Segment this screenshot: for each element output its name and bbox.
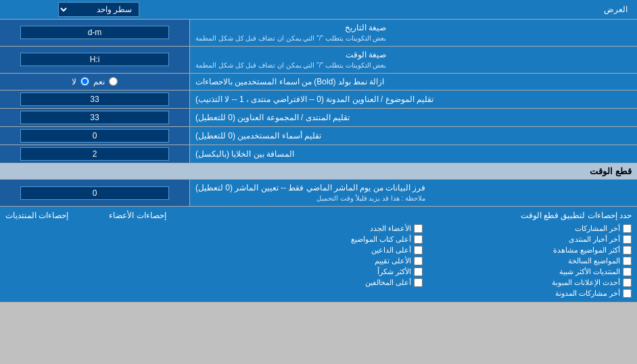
- cb-shares-label: أخر المشاركات: [575, 224, 620, 233]
- cb-top-rated-checkbox[interactable]: [414, 257, 423, 265]
- topic-limit-label: تقليم الموضوع / العناوين المدونة (0 -- ا…: [189, 90, 637, 108]
- forum-limit-row: تقليم المنتدى / المجموعة العناوين (0 للت…: [0, 109, 637, 127]
- topic-limit-input-area: 33: [0, 90, 189, 108]
- cb-new-members-label: الأعضاء الجدد: [370, 224, 411, 233]
- display-input-area: سطر واحد سطرين ثلاثة أسطر: [4, 2, 193, 17]
- list-item: أعلى المخالفين: [214, 278, 423, 287]
- forum-limit-text: تقليم المنتدى / المجموعة العناوين (0 للت…: [195, 112, 350, 124]
- col2-header: إحصاءات الأعضاء: [109, 211, 166, 220]
- time-format-input[interactable]: H:i: [20, 53, 169, 66]
- display-row: العرض سطر واحد سطرين ثلاثة أسطر: [0, 0, 637, 20]
- bold-remove-text: ازالة نمط بولد (Bold) من اسماء المستخدمي…: [195, 76, 384, 88]
- cb-top-visitors-label: أعلى المخالفين: [365, 278, 411, 287]
- cb-similar-checkbox[interactable]: [623, 267, 632, 276]
- apply-stats-label: حدد إحصاءات لتطبيق قطع الوقت: [521, 211, 632, 220]
- time-format-sub-label: بعض التكوينات يتطلب "/" التي يمكن ان تضا…: [195, 61, 386, 70]
- cb-old-topics-checkbox[interactable]: [623, 257, 632, 265]
- forum-limit-label: تقليم المنتدى / المجموعة العناوين (0 للت…: [189, 109, 637, 126]
- list-item: المواضيع السالخة: [423, 257, 632, 265]
- time-cut-input[interactable]: 0: [20, 186, 169, 200]
- time-cut-title: قطع الوقت: [590, 166, 632, 176]
- cb-top-visitors-checkbox[interactable]: [414, 278, 423, 287]
- username-limit-input-area: 0: [0, 127, 189, 145]
- checkboxes-grid-container: أخر المشاركات أخر أخبار المنتدى أكثر الم…: [5, 224, 632, 298]
- cb-most-thanks-label: الأكثر شكراً: [377, 267, 411, 276]
- main-container: العرض سطر واحد سطرين ثلاثة أسطر صيغة الت…: [0, 0, 637, 303]
- cb-pinned-checkbox[interactable]: [623, 289, 632, 298]
- forum-limit-input[interactable]: 33: [20, 111, 169, 124]
- bold-radio-group: نعم لا: [72, 77, 118, 86]
- list-item: المنتديات الأكثر شبية: [423, 267, 632, 276]
- forum-limit-input-area: 33: [0, 109, 189, 126]
- cb-recent-ads-checkbox[interactable]: [623, 278, 632, 287]
- cb-most-viewed-label: أكثر المواضيع مشاهدة: [553, 246, 620, 255]
- date-format-input[interactable]: d-m: [20, 26, 169, 39]
- col1-header: إحصاءات المنتديات: [5, 211, 68, 220]
- cb-top-posters-label: أعلى الداعين: [371, 246, 411, 255]
- bold-no-label: لا: [72, 77, 76, 86]
- date-format-label: صيغة التاريخ بعض التكوينات يتطلب "/" الت…: [189, 20, 637, 46]
- time-cut-input-area: 0: [0, 180, 189, 206]
- display-select[interactable]: سطر واحد سطرين ثلاثة أسطر: [58, 2, 139, 17]
- list-item: أخر مشاركات المدونة: [423, 289, 632, 298]
- cb-new-members-checkbox[interactable]: [414, 224, 423, 233]
- cell-spacing-row: المسافة بين الخلايا (بالبكسل) 2: [0, 145, 637, 163]
- time-format-label: صيغة الوقت بعض التكوينات يتطلب "/" التي …: [189, 47, 637, 73]
- cb-most-viewed-checkbox[interactable]: [623, 246, 632, 255]
- list-item: أخر أخبار المنتدى: [423, 235, 632, 244]
- bold-no-radio[interactable]: [80, 77, 89, 86]
- time-format-row: صيغة الوقت بعض التكوينات يتطلب "/" التي …: [0, 47, 637, 74]
- cb-forum-news-checkbox[interactable]: [623, 235, 632, 244]
- topic-limit-text: تقليم الموضوع / العناوين المدونة (0 -- ا…: [195, 94, 433, 105]
- username-limit-input[interactable]: 0: [20, 129, 169, 142]
- date-format-input-area: d-m: [0, 20, 189, 46]
- date-format-main-label: صيغة التاريخ: [195, 22, 386, 34]
- cb-top-authors-checkbox[interactable]: [414, 235, 423, 244]
- cb-recent-ads-label: أحدث الإعلانات المبوبة: [552, 278, 620, 287]
- date-format-sub-label: بعض التكوينات يتطلب "/" التي يمكن ان تضا…: [195, 34, 386, 43]
- time-format-main-label: صيغة الوقت: [195, 49, 386, 61]
- date-format-row: صيغة التاريخ بعض التكوينات يتطلب "/" الت…: [0, 20, 637, 47]
- cb-similar-label: المنتديات الأكثر شبية: [559, 267, 620, 276]
- cb-forum-news-label: أخر أخبار المنتدى: [569, 235, 620, 244]
- bold-remove-label: ازالة نمط بولد (Bold) من اسماء المستخدمي…: [189, 74, 637, 90]
- bold-remove-row: ازالة نمط بولد (Bold) من اسماء المستخدمي…: [0, 74, 637, 91]
- time-cut-label: فرز البيانات من يوم الماشر الماضي فقط --…: [189, 180, 637, 206]
- username-limit-row: تقليم أسماء المستخدمين (0 للتعطيل) 0: [0, 127, 637, 145]
- cb-top-posters-checkbox[interactable]: [414, 246, 423, 255]
- cell-spacing-text: المسافة بين الخلايا (بالبكسل): [195, 149, 294, 160]
- time-cut-main-text: فرز البيانات من يوم الماشر الماضي فقط --…: [195, 182, 425, 194]
- display-label: العرض: [193, 5, 633, 14]
- cb-top-authors-label: أعلى كتاب المواضيع: [351, 235, 411, 244]
- list-item: أكثر المواضيع مشاهدة: [423, 246, 632, 255]
- list-item: الأعلى تقييم: [214, 257, 423, 265]
- topic-limit-row: تقليم الموضوع / العناوين المدونة (0 -- ا…: [0, 90, 637, 109]
- list-item: أحدث الإعلانات المبوبة: [423, 278, 632, 287]
- list-item: أخر المشاركات: [423, 224, 632, 233]
- username-limit-text: تقليم أسماء المستخدمين (0 للتعطيل): [195, 130, 321, 142]
- cb-shares-checkbox[interactable]: [623, 224, 632, 233]
- topic-limit-input[interactable]: 33: [20, 93, 169, 106]
- list-item: أعلى كتاب المواضيع: [214, 235, 423, 244]
- checkboxes-title-row: حدد إحصاءات لتطبيق قطع الوقت إحصاءات الأ…: [5, 211, 632, 220]
- checkboxes-col2: الأعضاء الجدد أعلى كتاب المواضيع أعلى ال…: [214, 224, 423, 298]
- cb-old-topics-label: المواضيع السالخة: [568, 257, 620, 265]
- time-format-input-area: H:i: [0, 47, 189, 73]
- checkboxes-column-headers: إحصاءات الأعضاء إحصاءات المنتديات: [5, 211, 166, 220]
- cb-top-rated-label: الأعلى تقييم: [375, 257, 411, 265]
- time-cut-sub-text: ملاحظة : هذا قد يزيد قليلاً وقت التحميل: [195, 194, 425, 203]
- checkboxes-col3: [5, 224, 214, 298]
- list-item: الأكثر شكراً: [214, 267, 423, 276]
- cb-most-thanks-checkbox[interactable]: [414, 267, 423, 276]
- cell-spacing-label: المسافة بين الخلايا (بالبكسل): [189, 145, 637, 163]
- bold-remove-radio-area: نعم لا: [0, 74, 189, 90]
- cell-spacing-input-area: 2: [0, 145, 189, 163]
- list-item: أعلى الداعين: [214, 246, 423, 255]
- checkboxes-col1: أخر المشاركات أخر أخبار المنتدى أكثر الم…: [423, 224, 632, 298]
- checkboxes-section: حدد إحصاءات لتطبيق قطع الوقت إحصاءات الأ…: [0, 207, 637, 303]
- time-cut-section-header: قطع الوقت: [0, 163, 637, 180]
- bold-yes-radio[interactable]: [109, 77, 118, 86]
- cell-spacing-input[interactable]: 2: [20, 147, 169, 161]
- list-item: الأعضاء الجدد: [214, 224, 423, 233]
- bold-yes-label: نعم: [93, 77, 105, 86]
